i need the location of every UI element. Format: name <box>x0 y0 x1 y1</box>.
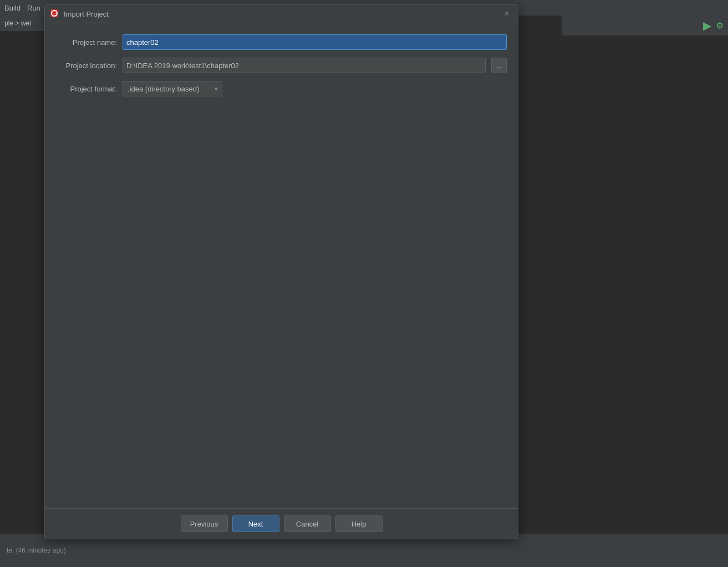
dialog-content: Project name: Project location: ... Proj… <box>45 23 518 508</box>
menu-build[interactable]: Build <box>4 4 21 12</box>
cancel-button[interactable]: Cancel <box>284 515 331 532</box>
project-name-row: Project name: <box>56 34 507 50</box>
project-location-row: Project location: ... <box>56 58 507 73</box>
project-name-label: Project name: <box>56 38 117 47</box>
import-icon <box>50 9 58 17</box>
project-name-input[interactable] <box>123 34 507 50</box>
next-button[interactable]: Next <box>232 515 279 532</box>
breadcrumb-text: ple > wel <box>4 19 31 27</box>
project-format-row: Project format: .idea (directory based) … <box>56 81 507 96</box>
dialog-icon <box>50 9 59 18</box>
settings-icon: ⚙ <box>716 21 724 31</box>
project-location-input[interactable] <box>123 58 486 73</box>
status-text: te. (46 minutes ago) <box>7 546 66 554</box>
dialog-title-text: Import Project <box>64 10 109 18</box>
dialog-title-left: Import Project <box>50 9 109 18</box>
browse-button[interactable]: ... <box>491 58 507 73</box>
project-format-label: Project format: <box>56 85 117 93</box>
previous-button[interactable]: Previous <box>181 515 228 532</box>
menu-run[interactable]: Run <box>27 4 40 12</box>
project-location-label: Project location: <box>56 62 117 70</box>
dialog-titlebar: Import Project × <box>45 5 518 23</box>
import-project-dialog: Import Project × Project name: Project l… <box>44 4 518 539</box>
run-icon: ▶ <box>703 19 711 32</box>
dialog-footer: Previous Next Cancel Help <box>45 508 518 539</box>
help-button[interactable]: Help <box>335 515 383 532</box>
project-format-select[interactable]: .idea (directory based) .ipr (file based… <box>123 81 222 96</box>
close-button[interactable]: × <box>501 8 512 19</box>
ide-toolbar: ▶ ⚙ <box>562 16 728 35</box>
project-format-wrapper: .idea (directory based) .ipr (file based… <box>123 81 222 96</box>
